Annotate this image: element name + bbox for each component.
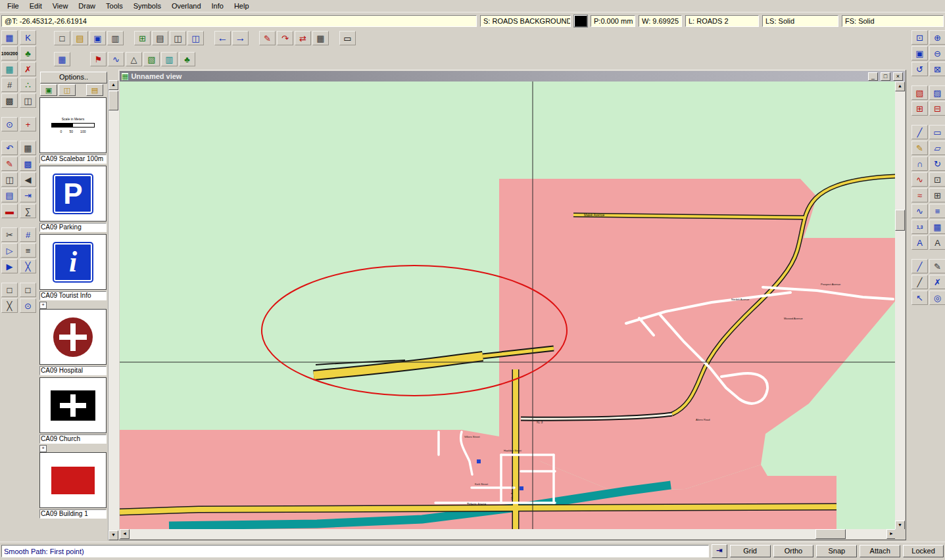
edit-polygon-button[interactable]: ▱	[929, 141, 945, 155]
step-path-button[interactable]: ▶	[1, 259, 18, 273]
map-horizontal-scrollbar[interactable]: ◄ ►	[120, 529, 896, 539]
draw-arc-button[interactable]: ∩	[911, 156, 928, 171]
segment-line2-button[interactable]: ╱	[911, 275, 928, 289]
symbol-ca09-scalebar[interactable]: Scale in Meters 0 50 100 CA09 Scalebar 1…	[39, 97, 107, 164]
menu-draw[interactable]: Draw	[74, 1, 101, 12]
grid-toggle-button[interactable]: Grid	[730, 545, 771, 557]
pan-right-button[interactable]: →	[232, 31, 249, 45]
pane-add-button[interactable]: ⊞	[911, 101, 928, 116]
statistics-button[interactable]: ▦	[312, 31, 329, 45]
scroll-down-button[interactable]: ▼	[109, 530, 118, 540]
select-frame-button[interactable]: ⊡	[929, 172, 945, 187]
copy-view-button[interactable]: ◫	[187, 31, 204, 45]
expander-icon[interactable]: +	[39, 302, 47, 309]
menu-overland[interactable]: Overland	[167, 1, 207, 12]
symbol-panel-scrollbar[interactable]: ▲ ▼	[108, 80, 118, 540]
pick-point-button[interactable]: ↖	[911, 291, 928, 305]
nodes-button[interactable]: ∴	[20, 78, 36, 92]
zoom-previous-button[interactable]: ↺	[911, 62, 928, 76]
zoom-region-button[interactable]: ⊡	[911, 30, 928, 45]
tree-tool-button[interactable]: ♣	[179, 52, 195, 66]
tree-view-button[interactable]: ♣	[20, 46, 36, 60]
menu-tools[interactable]: Tools	[101, 1, 129, 12]
rotate-tool-button[interactable]: ↻	[929, 156, 945, 171]
grid-teal-button[interactable]: ▦	[1, 62, 18, 76]
flag-tool-button[interactable]: ⚑	[90, 52, 107, 66]
grid-settings-button[interactable]: ▩	[1, 93, 18, 108]
copy-doc-button[interactable]: ◫	[20, 93, 36, 108]
attach-toggle-button[interactable]: Attach	[860, 545, 900, 557]
label-a-button[interactable]: A	[911, 235, 928, 250]
center-button[interactable]: ⊙	[20, 298, 36, 313]
scroll-thumb[interactable]	[815, 529, 846, 539]
curve-tool-button[interactable]: ∿	[108, 52, 124, 66]
symbol-manager-button[interactable]: ▦	[54, 52, 70, 66]
symbol-copy-button[interactable]: ◫	[59, 84, 76, 96]
menu-edit[interactable]: Edit	[25, 1, 48, 12]
draw-squiggle-button[interactable]: ∿	[911, 172, 928, 187]
paint-style-button[interactable]: ✎	[1, 156, 18, 171]
blank-view-button[interactable]: ▭	[339, 31, 356, 45]
scroll-up-button[interactable]: ▲	[895, 82, 905, 91]
layer-stack-button[interactable]: ≡	[929, 204, 945, 218]
symbol-open-button[interactable]: ▤	[86, 84, 103, 96]
active-style-field[interactable]: S: ROADS BACKGROUND	[480, 15, 571, 27]
grid-small-button[interactable]: ▦	[20, 141, 36, 155]
snap-toggle-button[interactable]: Snap	[816, 545, 857, 557]
pencil-edit-button[interactable]: ✎	[929, 259, 945, 273]
redline-swap-button[interactable]: ⇄	[295, 31, 311, 45]
print-preview-button[interactable]: ◫	[170, 31, 186, 45]
end-command-button[interactable]: ⇥	[712, 544, 727, 558]
menu-info[interactable]: Info	[207, 1, 230, 12]
pane-remove-button[interactable]: ⊟	[929, 101, 945, 116]
hash-cell-button[interactable]: #	[20, 227, 36, 242]
pan-left-button[interactable]: ←	[214, 31, 231, 45]
new-view-button[interactable]: □	[54, 31, 70, 45]
label-123-button[interactable]: 1,3	[911, 220, 928, 234]
view-properties-button[interactable]: ▤	[152, 31, 168, 45]
zoom-page-button[interactable]: ⊙	[1, 117, 18, 131]
undo-button[interactable]: ↶	[1, 141, 18, 155]
menu-help[interactable]: Help	[230, 1, 255, 12]
tools-red-button[interactable]: ✗	[20, 62, 36, 76]
stack-lines-button[interactable]: ≡	[20, 243, 36, 258]
grid-cross-button[interactable]: ⊞	[929, 188, 945, 202]
map-window-titlebar[interactable]: ▦ Unnamed view _ □ ×	[120, 71, 905, 82]
open-button[interactable]: ▤	[72, 31, 88, 45]
menu-view[interactable]: View	[48, 1, 74, 12]
scroll-up-button[interactable]: ▲	[109, 80, 118, 90]
label-a-box-button[interactable]: A	[929, 235, 945, 250]
new-window-button[interactable]: ⊞	[134, 31, 151, 45]
frame-button[interactable]: □	[1, 283, 18, 297]
redline-pen-button[interactable]: ✎	[259, 31, 276, 45]
zoom-out-button[interactable]: ⊖	[929, 46, 945, 60]
symbol-ca09-parking[interactable]: P CA09 Parking	[39, 166, 107, 232]
snap-grid-button[interactable]: #	[1, 78, 18, 92]
line-width-field[interactable]: W: 9.69925	[639, 15, 682, 27]
slope-tool-button[interactable]: △	[126, 52, 142, 66]
maximize-button[interactable]: □	[881, 72, 890, 81]
pane-up-red-button[interactable]: ▧	[911, 85, 928, 100]
symbol-new-button[interactable]: ▣	[40, 84, 57, 96]
save-button[interactable]: ▣	[89, 31, 106, 45]
map-vertical-scrollbar[interactable]: ▲ ▼	[895, 82, 905, 530]
draw-line-button[interactable]: ╱	[911, 125, 928, 139]
command-prompt-input[interactable]	[1, 545, 709, 557]
zoom-percent-button[interactable]: 100/200	[1, 46, 18, 60]
expander-icon[interactable]: +	[39, 445, 47, 452]
close-button[interactable]: ×	[893, 72, 903, 81]
symbol-ca09-church[interactable]: CA09 Church	[39, 377, 107, 444]
trace-path-button[interactable]: ▷	[1, 243, 18, 258]
pane-up-blue-button[interactable]: ▨	[929, 85, 945, 100]
measure-button[interactable]: ⇥	[20, 188, 36, 202]
pin-button[interactable]: +	[20, 117, 36, 131]
active-color-swatch[interactable]	[574, 15, 587, 27]
histogram-tool-button[interactable]: ▥	[161, 52, 178, 66]
symbol-ca09-tourist-info[interactable]: i CA09 Tourist Info	[39, 234, 107, 300]
fill-style-field[interactable]: FS: Solid	[842, 15, 944, 27]
zoom-window-button[interactable]: ▣	[911, 46, 928, 60]
zoom-in-button[interactable]: ⊕	[929, 30, 945, 45]
menu-file[interactable]: File	[3, 1, 25, 12]
scroll-thumb[interactable]	[109, 91, 118, 110]
sum-button[interactable]: ∑	[20, 204, 36, 218]
